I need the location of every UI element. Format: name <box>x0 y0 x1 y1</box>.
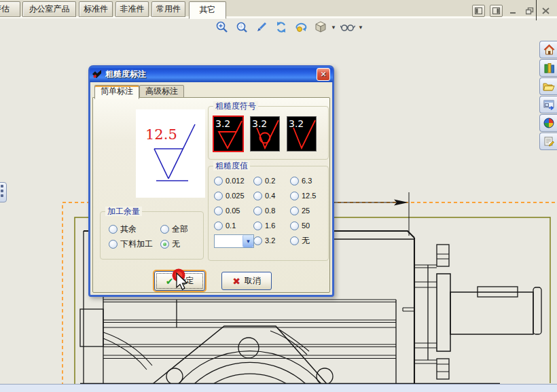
view-orientation-dropdown-arrow[interactable]: ▼ <box>331 24 336 31</box>
radio-allowance-all[interactable]: 全部 <box>160 224 188 234</box>
previous-view-button[interactable] <box>253 20 270 35</box>
roughness-preview: 12.5 <box>136 109 205 198</box>
radio-value-125[interactable]: 12.5 <box>290 191 316 200</box>
internet-button[interactable] <box>539 114 557 132</box>
refresh-button[interactable] <box>273 20 289 35</box>
roughness-value-group: 粗糙度值 0.012 0.2 6.3 0.025 0.4 12.5 0.05 0… <box>208 166 329 261</box>
dialog-title-bar[interactable]: 粗糙度标注 ✕ <box>90 67 333 82</box>
cancel-button[interactable]: ✖ 取消 <box>221 272 272 290</box>
radio-allowance-rest[interactable]: 其余 <box>109 224 137 234</box>
zoom-in-button[interactable] <box>214 20 230 35</box>
symbol-no-removal-icon: 3.2 <box>251 117 279 151</box>
file-explorer-icon <box>543 99 555 110</box>
cancel-x-icon: ✖ <box>232 277 240 286</box>
zoom-window-icon <box>235 20 249 34</box>
rotate-view-button[interactable] <box>293 20 309 35</box>
mouse-cursor <box>167 268 192 296</box>
radio-value-005[interactable]: 0.05 <box>214 206 240 215</box>
radio-value-32[interactable]: 3.2 <box>253 236 275 245</box>
dialog-title: 粗糙度标注 <box>105 69 146 80</box>
display-style-button[interactable] <box>340 20 356 35</box>
tab-nonstandard-parts[interactable]: 非准件 <box>115 1 149 17</box>
close-window-icon <box>542 7 550 14</box>
radio-value-none[interactable]: 无 <box>290 236 310 245</box>
combobox-dropdown-button[interactable]: ▼ <box>242 235 253 247</box>
window-controls <box>472 5 552 17</box>
radio-value-25[interactable]: 25 <box>290 206 310 215</box>
radio-value-16[interactable]: 1.6 <box>253 221 275 230</box>
pane-left-icon <box>475 7 482 14</box>
symbol-machining-required-icon: 3.2 <box>214 117 242 151</box>
dialog-close-button[interactable]: ✕ <box>317 68 330 81</box>
preview-value-text: 12.5 <box>145 126 177 143</box>
tab-standard-parts[interactable]: 标准件 <box>79 1 113 17</box>
radio-value-02[interactable]: 0.2 <box>253 176 275 185</box>
restore-icon <box>526 7 534 15</box>
status-bar <box>0 384 557 392</box>
svg-text:3.2: 3.2 <box>252 118 267 129</box>
symbol-button-basic[interactable]: 3.2 <box>287 116 317 152</box>
zoom-in-icon <box>215 20 229 34</box>
application-window: { "colors": { "canvas": "#e9e8e0", "titl… <box>0 0 557 392</box>
display-style-dropdown-arrow[interactable]: ▼ <box>358 24 363 31</box>
open-folder-icon <box>543 82 555 92</box>
radio-allowance-blanking[interactable]: 下料加工 <box>109 239 153 249</box>
design-library-icon <box>543 63 555 73</box>
display-style-glasses-icon <box>340 20 355 34</box>
rotate-view-icon <box>294 20 308 34</box>
design-library-button[interactable] <box>539 59 557 77</box>
task-pane-toolbar <box>539 41 557 151</box>
svg-text:3.2: 3.2 <box>215 118 230 129</box>
previous-view-icon <box>255 20 268 34</box>
radio-value-04[interactable]: 0.4 <box>253 191 275 200</box>
tab-office-products[interactable]: 办公室产品 <box>22 1 76 17</box>
radio-value-0025[interactable]: 0.025 <box>214 191 245 200</box>
minimize-button[interactable] <box>507 5 519 16</box>
restore-button[interactable] <box>524 5 535 16</box>
radio-value-63[interactable]: 6.3 <box>290 176 312 185</box>
dialog-app-icon <box>92 70 102 79</box>
machining-allowance-group: 加工余量 其余 全部 下料加工 无 <box>100 211 204 260</box>
note-pencil-icon <box>543 136 554 147</box>
view-cube-icon <box>314 20 327 34</box>
combobox-value[interactable] <box>215 235 242 247</box>
tab-other[interactable]: 其它 <box>189 1 226 19</box>
roughness-symbol-group-label: 粗糙度符号 <box>213 101 258 111</box>
zoom-window-button[interactable] <box>234 20 250 35</box>
internet-globe-icon <box>543 118 554 128</box>
docked-toolbar-fragment[interactable] <box>0 182 7 202</box>
refresh-icon <box>274 20 288 34</box>
note-editor-button[interactable] <box>539 132 557 150</box>
view-toolbar: ▼ ▼ <box>214 20 363 35</box>
home-icon <box>543 44 555 55</box>
symbol-button-machining-required[interactable]: 3.2 <box>213 115 244 152</box>
pane-toggle-left-button[interactable] <box>472 5 485 17</box>
symbol-basic-icon: 3.2 <box>287 117 316 151</box>
dialog-tab-simple[interactable]: 简单标注 <box>94 85 139 99</box>
minimize-icon <box>510 7 517 14</box>
close-window-button[interactable] <box>540 5 552 16</box>
dialog-tab-advanced[interactable]: 高级标注 <box>139 85 184 99</box>
radio-value-01[interactable]: 0.1 <box>214 221 236 230</box>
symbol-button-no-removal[interactable]: 3.2 <box>250 116 280 152</box>
roughness-annotation-dialog: 粗糙度标注 ✕ 简单标注 高级标注 12.5 粗糙度符号 3.2 3.2 <box>88 65 334 297</box>
pane-right-icon <box>492 7 500 14</box>
roughness-value-group-label: 粗糙度值 <box>213 161 250 171</box>
roughness-symbol-group: 粗糙度符号 3.2 3.2 3.2 <box>208 106 329 160</box>
tab-common-parts[interactable]: 常用件 <box>151 1 185 17</box>
radio-allowance-none[interactable]: 无 <box>160 239 180 249</box>
machining-allowance-group-label: 加工余量 <box>105 207 142 216</box>
radio-value-50[interactable]: 50 <box>290 221 310 230</box>
home-button[interactable] <box>539 41 557 58</box>
cancel-button-label: 取消 <box>245 275 261 287</box>
tab-pinggu[interactable]: 评估 <box>0 1 20 17</box>
custom-value-combobox[interactable]: ▼ <box>214 234 254 248</box>
radio-value-08[interactable]: 0.8 <box>253 206 275 215</box>
open-folder-button[interactable] <box>539 77 557 95</box>
svg-text:3.2: 3.2 <box>289 118 304 129</box>
radio-value-0012[interactable]: 0.012 <box>214 176 245 185</box>
pane-toggle-right-button[interactable] <box>490 5 503 17</box>
roughness-preview-symbol: 12.5 <box>136 109 205 198</box>
file-explorer-button[interactable] <box>539 96 557 113</box>
view-orientation-button[interactable] <box>312 20 329 35</box>
